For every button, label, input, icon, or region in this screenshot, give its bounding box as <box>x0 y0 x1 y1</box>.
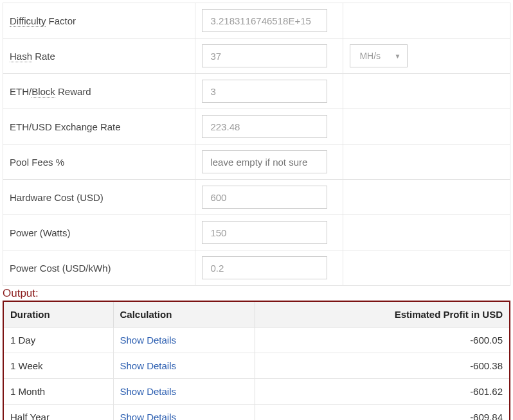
form-row-label: ETH/USD Exchange Rate <box>3 109 195 144</box>
label-text: Hardware Cost (USD) <box>10 192 104 203</box>
label-underlined-term: Difficulty <box>10 15 46 27</box>
duration-cell: 1 Day <box>4 328 113 353</box>
input-form-table: Difficulty FactorHash RateMH/s▼ETH/Block… <box>3 3 510 286</box>
form-row-input-cell <box>195 180 343 215</box>
calculation-cell: Show Details <box>113 379 255 405</box>
form-row: Pool Fees % <box>3 144 510 180</box>
profit-cell: -609.84 <box>255 405 509 421</box>
form-row-input-cell <box>195 39 343 74</box>
form-row: Hardware Cost (USD) <box>3 180 510 215</box>
profit-cell: -600.38 <box>255 353 509 379</box>
output-box: Duration Calculation Estimated Profit in… <box>3 301 510 420</box>
form-row: Hash RateMH/s▼ <box>3 39 510 74</box>
form-row-input-cell <box>195 3 343 39</box>
duration-cell: Half Year <box>4 405 113 421</box>
form-row-label: Power (Watts) <box>3 215 195 250</box>
form-row-extra-cell <box>343 215 510 250</box>
form-row-extra-cell <box>343 250 510 286</box>
duration-cell: 1 Month <box>4 379 113 405</box>
form-row-label: ETH/Block Reward <box>3 74 195 109</box>
form-row-label: Hardware Cost (USD) <box>3 180 195 215</box>
label-text: ETH/USD Exchange Rate <box>10 121 121 132</box>
label-text: Power (Watts) <box>10 227 70 238</box>
show-details-link[interactable]: Show Details <box>120 412 177 420</box>
output-row: 1 MonthShow Details-601.62 <box>4 379 509 405</box>
form-row: ETH/Block Reward <box>3 74 510 109</box>
col-header-duration: Duration <box>4 302 113 328</box>
form-row: Power Cost (USD/kWh) <box>3 250 510 286</box>
profit-cell: -601.62 <box>255 379 509 405</box>
label-underlined-term: Block <box>32 86 55 98</box>
output-table: Duration Calculation Estimated Profit in… <box>4 302 509 420</box>
form-input[interactable] <box>202 256 327 279</box>
calculation-cell: Show Details <box>113 328 255 353</box>
calculation-cell: Show Details <box>113 405 255 421</box>
hashrate-unit-select[interactable]: MH/s▼ <box>350 44 408 67</box>
form-row-label: Power Cost (USD/kWh) <box>3 250 195 286</box>
calculation-cell: Show Details <box>113 353 255 379</box>
output-row: 1 DayShow Details-600.05 <box>4 328 509 353</box>
form-row-input-cell <box>195 74 343 109</box>
form-input[interactable] <box>202 221 327 244</box>
form-row-extra-cell <box>343 144 510 180</box>
duration-cell: 1 Week <box>4 353 113 379</box>
output-row: 1 WeekShow Details-600.38 <box>4 353 509 379</box>
form-row-input-cell <box>195 144 343 180</box>
show-details-link[interactable]: Show Details <box>120 335 177 346</box>
label-text: ETH/ <box>10 86 32 97</box>
form-input[interactable] <box>202 44 327 67</box>
col-header-calculation: Calculation <box>113 302 255 328</box>
label-text: Factor <box>46 15 76 26</box>
output-label: Output: <box>3 286 510 301</box>
col-header-profit: Estimated Profit in USD <box>255 302 509 328</box>
form-row-extra-cell <box>343 109 510 144</box>
profit-cell: -600.05 <box>255 328 509 353</box>
form-row-extra-cell: MH/s▼ <box>343 39 510 74</box>
label-text: Reward <box>55 86 91 97</box>
label-text: Pool Fees % <box>10 157 64 168</box>
label-underlined-term: Hash <box>10 51 32 62</box>
form-row-label: Difficulty Factor <box>3 3 195 39</box>
output-row: Half YearShow Details-609.84 <box>4 405 509 421</box>
form-row-extra-cell <box>343 74 510 109</box>
select-value: MH/s <box>359 51 381 61</box>
form-input[interactable] <box>202 80 327 103</box>
form-row: Power (Watts) <box>3 215 510 250</box>
form-input[interactable] <box>202 186 327 209</box>
form-row-label: Pool Fees % <box>3 144 195 180</box>
form-row: ETH/USD Exchange Rate <box>3 109 510 144</box>
show-details-link[interactable]: Show Details <box>120 360 177 371</box>
form-row-input-cell <box>195 215 343 250</box>
form-input[interactable] <box>202 150 327 173</box>
form-input[interactable] <box>202 115 327 138</box>
chevron-down-icon: ▼ <box>394 53 401 60</box>
label-text: Rate <box>32 51 55 62</box>
form-row-input-cell <box>195 250 343 286</box>
form-input[interactable] <box>202 9 327 32</box>
form-row-extra-cell <box>343 3 510 39</box>
form-row-input-cell <box>195 109 343 144</box>
show-details-link[interactable]: Show Details <box>120 386 177 397</box>
form-row-extra-cell <box>343 180 510 215</box>
label-text: Power Cost (USD/kWh) <box>10 263 111 274</box>
form-row-label: Hash Rate <box>3 39 195 74</box>
form-row: Difficulty Factor <box>3 3 510 39</box>
